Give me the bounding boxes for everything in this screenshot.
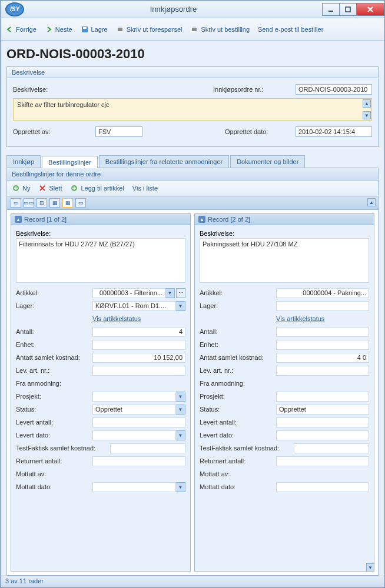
print-request-button[interactable]: Skriv ut forespørsel xyxy=(116,25,182,34)
enhet-field[interactable] xyxy=(276,340,369,350)
created-date-field[interactable] xyxy=(296,126,372,137)
lev-dato-field[interactable] xyxy=(92,430,176,440)
printer-icon xyxy=(190,25,198,34)
lev-antall-field[interactable] xyxy=(276,417,369,427)
view-two-v[interactable]: ⊟ xyxy=(36,198,47,208)
status-field[interactable]: Opprettet xyxy=(92,405,176,415)
returnert-field[interactable] xyxy=(276,456,369,466)
records-scroll-down[interactable]: ▼ xyxy=(366,563,374,572)
created-by-field[interactable] xyxy=(95,126,142,137)
view-list-button[interactable]: Vis i liste xyxy=(132,184,158,192)
record-header[interactable]: ▲ Record [2 of 2] xyxy=(195,214,374,225)
tab-bestillingslinjer[interactable]: Bestillingslinjer xyxy=(42,156,98,168)
field-label: Mottatt dato: xyxy=(16,483,92,490)
maximize-button[interactable] xyxy=(339,3,357,16)
dropdown-icon[interactable]: ▼ xyxy=(165,288,175,298)
field-label: Fra anmodning: xyxy=(200,380,276,387)
arrow-right-icon xyxy=(45,25,53,34)
order-no-field[interactable] xyxy=(296,84,372,95)
vis-artikkelstatus-link[interactable]: Vis artikkelstatus xyxy=(92,315,141,322)
dropdown-icon[interactable]: ▼ xyxy=(176,405,185,415)
order-no-label: Innkjøpsordre nr.: xyxy=(213,86,296,93)
field-label: Fra anmodning: xyxy=(16,380,92,387)
save-button[interactable]: Lagre xyxy=(81,25,108,34)
tab-relaterte[interactable]: Bestillingslinjer fra relaterte anmodnin… xyxy=(99,155,229,168)
lev-dato-field[interactable] xyxy=(276,430,369,440)
vis-artikkelstatus-link[interactable]: Vis artikkelstatus xyxy=(276,315,324,322)
enhet-field[interactable] xyxy=(92,340,185,350)
view-two-h[interactable]: ▭▭ xyxy=(24,198,34,208)
antatt-field[interactable]: 4 0 xyxy=(276,353,369,363)
dropdown-icon[interactable]: ▼ xyxy=(176,430,185,440)
lager-field[interactable]: KØRVF.L01 - Rom D1.... xyxy=(92,301,176,311)
description-textarea[interactable]: Skifte av filter turbinregulator cjc xyxy=(13,98,372,121)
view-grid[interactable]: ▦ xyxy=(49,198,60,208)
window-controls xyxy=(323,3,384,16)
mottatt-dato-field[interactable] xyxy=(92,482,176,492)
field-label: Lager: xyxy=(200,302,276,309)
add-article-button[interactable]: Legg til artikkel xyxy=(70,184,124,192)
close-button[interactable] xyxy=(356,3,384,16)
dropdown-icon[interactable]: ▼ xyxy=(176,301,185,311)
desc-spin-up[interactable]: ▲ xyxy=(363,99,371,108)
view-scroll-up[interactable]: ▲ xyxy=(367,198,376,206)
tab-innkjop[interactable]: Innkjøp xyxy=(6,155,41,168)
dropdown-icon[interactable]: ▼ xyxy=(176,482,185,492)
field-label: Antatt samlet kostnad: xyxy=(200,354,276,361)
minimize-button[interactable] xyxy=(322,3,340,16)
record-desc[interactable]: Filterinnsats for HDU 27/27 MZ (B27/27) xyxy=(16,238,185,283)
antall-field[interactable]: 4 xyxy=(92,327,185,337)
app-logo: ISY xyxy=(5,2,24,16)
lev-antall-field[interactable] xyxy=(92,417,185,427)
plus-icon xyxy=(12,184,20,192)
record-desc[interactable]: Pakningssett for HDU 27/108 MZ xyxy=(200,238,369,283)
field-label: Returnert antall: xyxy=(200,457,276,465)
new-button[interactable]: Ny xyxy=(12,184,30,192)
lager-field[interactable] xyxy=(276,301,369,311)
view-cards[interactable]: ▦ xyxy=(62,198,73,208)
delete-button[interactable]: Slett xyxy=(38,184,62,192)
svg-rect-6 xyxy=(192,28,197,31)
antatt-field[interactable]: 10 152,00 xyxy=(92,353,185,363)
desc-spin-down[interactable]: ▼ xyxy=(363,111,371,119)
field-label: Beskrivelse: xyxy=(200,230,369,237)
fra-anm-field xyxy=(92,379,185,389)
prosjekt-field[interactable] xyxy=(276,392,369,402)
svg-rect-5 xyxy=(118,26,122,28)
print-order-button[interactable]: Skriv ut bestilling xyxy=(190,25,250,34)
view-single[interactable]: ▭ xyxy=(11,198,21,208)
close-icon xyxy=(367,6,374,13)
prev-button[interactable]: Forrige xyxy=(5,25,36,34)
lookup-button[interactable]: ⋯ xyxy=(176,288,185,298)
records-area: ▲ Record [1 of 2] Beskrivelse: Filterinn… xyxy=(6,210,379,576)
svg-rect-1 xyxy=(346,7,350,12)
collapse-icon: ▲ xyxy=(15,216,22,223)
dropdown-icon[interactable]: ▼ xyxy=(176,392,185,402)
titlebar: ISY Innkjøpsordre xyxy=(1,1,384,18)
svg-rect-7 xyxy=(192,26,196,28)
artikkel-field[interactable]: 00000004 - Pakning... xyxy=(276,288,369,298)
testfaktisk-field[interactable] xyxy=(294,443,369,453)
status-field[interactable]: Opprettet xyxy=(276,405,369,415)
field-label: TestFaktisk samlet kostnad: xyxy=(16,445,110,452)
svg-rect-0 xyxy=(328,11,333,12)
view-other[interactable]: ▭ xyxy=(75,198,86,208)
returnert-field[interactable] xyxy=(92,456,185,466)
levart-field[interactable] xyxy=(276,366,369,376)
send-email-button[interactable]: Send e-post til bestiller xyxy=(258,26,323,33)
field-label: Lev. art. nr.: xyxy=(200,367,276,374)
tab-dokumenter[interactable]: Dokumenter og bilder xyxy=(230,155,305,168)
view-toolbar: ▭ ▭▭ ⊟ ▦ ▦ ▭ ▲ xyxy=(6,196,379,210)
next-button[interactable]: Neste xyxy=(45,25,72,34)
field-label: Antall: xyxy=(200,328,276,335)
antall-field[interactable] xyxy=(276,327,369,337)
tab-bar: Innkjøp Bestillingslinjer Bestillingslin… xyxy=(6,155,379,168)
printer-icon xyxy=(116,25,124,34)
record-header[interactable]: ▲ Record [1 of 2] xyxy=(11,214,190,225)
testfaktisk-field[interactable] xyxy=(110,443,185,453)
mottatt-dato-field[interactable] xyxy=(276,482,369,492)
prosjekt-field[interactable] xyxy=(92,392,176,402)
levart-field[interactable] xyxy=(92,366,185,376)
field-label: Status: xyxy=(200,406,276,413)
artikkel-field[interactable]: 00000003 - Filterinn... xyxy=(92,288,165,298)
